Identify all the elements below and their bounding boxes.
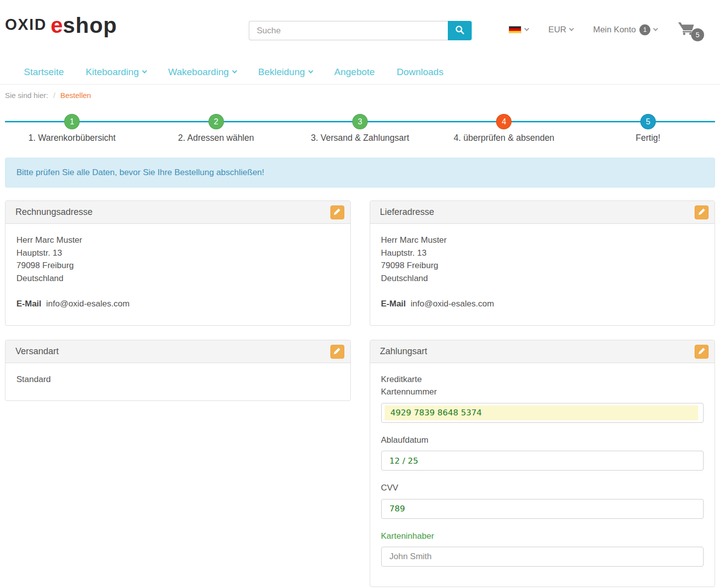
shipping-address-title: Lieferadresse bbox=[380, 207, 434, 217]
card-number-input[interactable]: 4929 7839 8648 5374 bbox=[381, 403, 704, 423]
address-line: Hauptstr. 13 bbox=[381, 247, 704, 260]
shipping-method-panel: Versandart Standard bbox=[5, 340, 351, 401]
nav-item-downloads[interactable]: Downloads bbox=[397, 67, 443, 78]
search-icon bbox=[455, 25, 465, 36]
address-line: 79098 Freiburg bbox=[381, 259, 704, 272]
currency-label: EUR bbox=[548, 25, 566, 35]
cart-button[interactable]: 5 bbox=[677, 21, 703, 38]
payment-panel: Zahlungsart Kreditkarte Kartennummer 492… bbox=[370, 340, 716, 588]
cvv-label: CVV bbox=[381, 482, 704, 494]
card-number-value: 4929 7839 8648 5374 bbox=[385, 405, 699, 420]
step-4-circle: 4 bbox=[496, 114, 512, 129]
account-label: Mein Konto bbox=[593, 25, 636, 35]
step-1-warenkorb[interactable]: 1 1. Warenkorbübersicht bbox=[0, 108, 144, 143]
account-menu[interactable]: Mein Konto 1 bbox=[593, 24, 657, 35]
shipping-method-body: Standard bbox=[5, 363, 350, 401]
header-controls: EUR Mein Konto 1 5 bbox=[509, 21, 703, 38]
step-3-versand[interactable]: 3 3. Versand & Zahlungsart bbox=[288, 108, 432, 143]
shipping-email-row: E-Mail info@oxid-esales.com bbox=[381, 297, 704, 310]
address-line: Deutschland bbox=[381, 272, 704, 285]
chevron-down-icon bbox=[142, 69, 147, 74]
logo-shop-text: shop bbox=[63, 13, 117, 37]
billing-address-title: Rechnungsadresse bbox=[15, 207, 93, 217]
step-5-label: Fertig! bbox=[636, 133, 661, 143]
edit-billing-address-button[interactable] bbox=[330, 205, 344, 219]
email-label: E-Mail bbox=[16, 299, 41, 308]
main-nav: Startseite Kiteboarding Wakeboarding Bek… bbox=[0, 60, 720, 85]
card-holder-label: Karteninhaber bbox=[381, 530, 704, 543]
step-1-label: 1. Warenkorbübersicht bbox=[28, 133, 115, 143]
step-5-circle: 5 bbox=[640, 114, 656, 129]
nav-item-angebote[interactable]: Angebote bbox=[334, 67, 375, 78]
checkout-page: OXIDeshop EUR bbox=[0, 0, 720, 587]
account-badge: 1 bbox=[639, 24, 650, 35]
shipping-address-header: Lieferadresse bbox=[370, 201, 715, 224]
card-holder-input[interactable] bbox=[381, 547, 704, 567]
address-line: Deutschland bbox=[16, 272, 339, 285]
chevron-down-icon bbox=[308, 69, 313, 74]
chevron-down-icon bbox=[524, 26, 529, 31]
breadcrumb-separator: / bbox=[53, 91, 55, 99]
shipping-address-panel: Lieferadresse Herr Marc Muster Hauptstr.… bbox=[370, 200, 716, 326]
cvv-input[interactable] bbox=[381, 499, 704, 519]
step-3-circle: 3 bbox=[352, 114, 368, 129]
step-1-circle: 1 bbox=[64, 114, 80, 129]
search-bar bbox=[249, 21, 472, 40]
shop-logo[interactable]: OXIDeshop bbox=[5, 13, 117, 38]
nav-item-bekleidung[interactable]: Bekleidung bbox=[258, 67, 312, 78]
step-4-ueberpruefen[interactable]: 4 4. überprüfen & absenden bbox=[432, 108, 576, 143]
step-2-label: 2. Adressen wählen bbox=[178, 133, 254, 143]
billing-address-header: Rechnungsadresse bbox=[5, 201, 350, 224]
chevron-down-icon bbox=[653, 26, 658, 31]
logo-e-text: e bbox=[51, 13, 63, 37]
step-4-label: 4. überprüfen & absenden bbox=[454, 133, 554, 143]
nav-item-wakeboarding[interactable]: Wakeboarding bbox=[168, 67, 236, 78]
billing-email-row: E-Mail info@oxid-esales.com bbox=[16, 297, 339, 310]
checkout-panels: Rechnungsadresse Herr Marc Muster Haupts… bbox=[5, 200, 715, 587]
logo-oxid-text: OXID bbox=[5, 16, 47, 33]
billing-address-body: Herr Marc Muster Hauptstr. 13 79098 Frei… bbox=[5, 224, 350, 325]
info-alert-text: Bitte prüfen Sie alle Daten, bevor Sie I… bbox=[16, 168, 264, 177]
currency-selector[interactable]: EUR bbox=[548, 25, 573, 35]
pencil-icon bbox=[698, 208, 706, 217]
shipping-method-value: Standard bbox=[16, 373, 339, 386]
payment-header: Zahlungsart bbox=[370, 340, 715, 363]
breadcrumb-current[interactable]: Bestellen bbox=[60, 91, 91, 99]
billing-address-panel: Rechnungsadresse Herr Marc Muster Haupts… bbox=[5, 200, 351, 326]
payment-body: Kreditkarte Kartennummer 4929 7839 8648 … bbox=[370, 363, 715, 587]
breadcrumb-prefix: Sie sind hier: bbox=[5, 91, 48, 99]
expiry-date-input[interactable] bbox=[381, 451, 704, 471]
shipping-address-body: Herr Marc Muster Hauptstr. 13 79098 Frei… bbox=[370, 224, 715, 325]
step-2-adressen[interactable]: 2 2. Adressen wählen bbox=[144, 108, 288, 143]
nav-item-startseite[interactable]: Startseite bbox=[24, 67, 64, 78]
chevron-down-icon bbox=[569, 26, 574, 31]
checkout-progress: 1 1. Warenkorbübersicht 2 2. Adressen wä… bbox=[0, 108, 720, 149]
step-2-circle: 2 bbox=[208, 114, 224, 129]
email-value: info@oxid-esales.com bbox=[46, 299, 130, 308]
card-number-label: Kartennummer bbox=[381, 386, 704, 398]
expiry-date-label: Ablaufdatum bbox=[381, 434, 704, 447]
address-line: Herr Marc Muster bbox=[16, 234, 339, 247]
pencil-icon bbox=[333, 208, 341, 217]
address-line: Hauptstr. 13 bbox=[16, 247, 339, 260]
search-button[interactable] bbox=[448, 21, 472, 40]
search-input[interactable] bbox=[249, 21, 448, 40]
edit-payment-button[interactable] bbox=[695, 345, 709, 359]
step-5-fertig[interactable]: 5 Fertig! bbox=[576, 108, 720, 143]
edit-shipping-method-button[interactable] bbox=[330, 345, 344, 359]
chevron-down-icon bbox=[232, 69, 237, 74]
pencil-icon bbox=[333, 347, 341, 356]
cart-badge: 5 bbox=[691, 28, 704, 41]
edit-shipping-address-button[interactable] bbox=[695, 205, 709, 219]
address-line: Herr Marc Muster bbox=[381, 234, 704, 247]
pencil-icon bbox=[698, 347, 706, 356]
flag-de-icon bbox=[509, 26, 521, 34]
payment-title: Zahlungsart bbox=[380, 346, 427, 356]
step-3-label: 3. Versand & Zahlungsart bbox=[311, 133, 409, 143]
nav-item-kiteboarding[interactable]: Kiteboarding bbox=[86, 67, 146, 78]
shipping-method-title: Versandart bbox=[15, 346, 59, 356]
info-alert: Bitte prüfen Sie alle Daten, bevor Sie I… bbox=[5, 158, 715, 188]
payment-method-name: Kreditkarte bbox=[381, 373, 704, 386]
address-line: 79098 Freiburg bbox=[16, 259, 339, 272]
language-selector[interactable] bbox=[509, 26, 528, 34]
